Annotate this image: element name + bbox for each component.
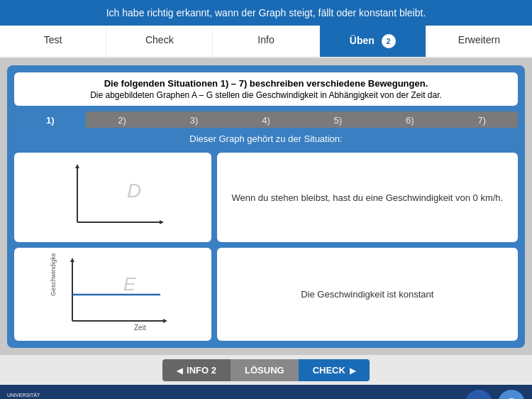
university-label: UNIVERSITÄT [7, 392, 64, 398]
number-tab-1[interactable]: 1) [14, 111, 86, 128]
number-tabs: 1) 2) 3) 4) 5) 6) 7) [14, 111, 518, 128]
bottom-row: Geschwindigkeit Zeit E Die Geschwindigke… [14, 248, 518, 341]
number-tab-2[interactable]: 2) [86, 111, 157, 128]
text-card-bottom: Die Geschwindigkeit ist konstant [217, 248, 518, 341]
footer: UNIVERSITÄT DUISBURG ESSEN Kann ich zu e… [0, 385, 532, 399]
check-button[interactable]: CHECK [299, 359, 370, 381]
number-tab-3[interactable]: 3) [158, 111, 230, 128]
graph-e-svg: Geschwindigkeit Zeit E [45, 253, 180, 335]
graph-card-e: Geschwindigkeit Zeit E [14, 248, 211, 341]
top-row: D Wenn du stehen bleibst, hast du eine G… [14, 153, 518, 242]
text-card-top: Wenn du stehen bleibst, hast du eine Ges… [217, 153, 518, 242]
svg-text:E: E [123, 273, 136, 295]
text-bottom: Die Geschwindigkeit ist konstant [301, 289, 433, 300]
tab-check[interactable]: Check [106, 26, 213, 57]
svg-text:D: D [127, 180, 141, 202]
graph-d-svg: D [56, 158, 170, 236]
svg-marker-7 [70, 258, 74, 262]
cards-area: Dieser Graph gehört zu der Situation: [14, 133, 518, 341]
help-icon[interactable]: ? [498, 390, 525, 399]
svg-marker-8 [163, 319, 167, 323]
bottom-bar: INFO 2 LÖSUNG CHECK [0, 355, 532, 385]
footer-icons: ☁ ? [465, 390, 525, 399]
tab-info[interactable]: Info [213, 26, 319, 57]
info2-button[interactable]: INFO 2 [162, 359, 231, 381]
tab-erweitern[interactable]: Erweitern [426, 26, 532, 57]
number-tab-7[interactable]: 7) [446, 111, 518, 128]
banner-text: Ich habe richtig erkannt, wann der Graph… [106, 7, 426, 18]
svg-text:Zeit: Zeit [134, 324, 146, 332]
cloud-icon[interactable]: ☁ [465, 390, 492, 399]
arrow-right-icon [350, 365, 355, 376]
graph-card-d: D [14, 153, 211, 242]
text-top: Wenn du stehen bleibst, hast du eine Ges… [231, 192, 503, 203]
svg-marker-3 [160, 220, 164, 224]
tab-test[interactable]: Test [0, 26, 106, 57]
card-header: Die folgenden Situationen 1) – 7) beschr… [14, 72, 518, 106]
number-tab-4[interactable]: 4) [230, 111, 301, 128]
arrow-left-icon [177, 365, 182, 376]
svg-text:Geschwindigkeit: Geschwindigkeit [50, 253, 57, 296]
university-logo: UNIVERSITÄT DUISBURG ESSEN [7, 392, 64, 399]
header-line2: Die abgebildeten Graphen A – G stellen d… [23, 90, 509, 100]
loesung-button[interactable]: LÖSUNG [231, 359, 299, 381]
svg-marker-2 [75, 164, 79, 168]
number-tab-5[interactable]: 5) [302, 111, 374, 128]
content-card: Die folgenden Situationen 1) – 7) beschr… [7, 65, 525, 348]
number-tab-6[interactable]: 6) [374, 111, 445, 128]
ueben-badge: 2 [382, 34, 396, 48]
situation-label: Dieser Graph gehört zu der Situation: [14, 133, 518, 144]
tab-ueben[interactable]: Üben 2 [320, 26, 426, 57]
main-content: Die folgenden Situationen 1) – 7) beschr… [0, 58, 532, 355]
header-line1: Die folgenden Situationen 1) – 7) beschr… [23, 78, 509, 89]
nav-tabs: Test Check Info Üben 2 Erweitern [0, 26, 532, 58]
top-banner: Ich habe richtig erkannt, wann der Graph… [0, 0, 532, 26]
